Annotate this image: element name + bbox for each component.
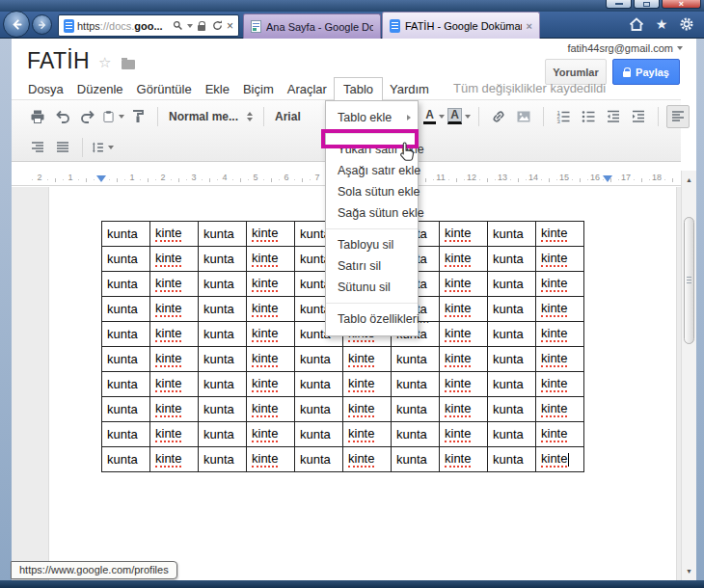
window-close-button[interactable]: ×	[662, 0, 701, 9]
menu-item[interactable]: Tablo ekle	[326, 107, 418, 128]
table-cell[interactable]: kinte	[536, 297, 584, 322]
image-icon[interactable]	[512, 105, 535, 128]
table-cell[interactable]: kinte	[536, 222, 584, 247]
table-cell[interactable]: kinte	[150, 347, 199, 372]
justify-icon[interactable]	[51, 136, 74, 159]
table-cell[interactable]: kinte	[247, 422, 295, 447]
table-cell[interactable]: kinte	[150, 372, 199, 397]
table-cell[interactable]: kunta	[102, 322, 150, 347]
table-cell[interactable]: kunta	[488, 222, 536, 247]
table-cell[interactable]: kinte	[343, 397, 392, 422]
share-button[interactable]: Paylaş	[612, 59, 680, 85]
table-cell[interactable]: kunta	[199, 272, 247, 297]
table-cell[interactable]: kinte	[247, 272, 295, 297]
document-title[interactable]: FATİH	[27, 48, 90, 74]
table-cell[interactable]: kinte	[150, 322, 199, 347]
back-button[interactable]	[3, 11, 30, 38]
window-titlebar[interactable]: ×	[0, 0, 704, 12]
table-cell[interactable]: kinte	[247, 347, 295, 372]
folder-icon[interactable]	[122, 60, 135, 69]
account-menu[interactable]: fatih44srg@gmail.com	[567, 42, 683, 54]
highlight-color-icon[interactable]: A	[447, 105, 471, 128]
favorites-star-icon[interactable]: ★	[653, 15, 670, 33]
home-icon[interactable]	[628, 15, 645, 33]
table-cell[interactable]: kunta	[392, 397, 440, 422]
tab-ana-sayfa[interactable]: Ana Sayfa - Google Dokümanlar	[243, 13, 381, 39]
table-cell[interactable]: kunta	[102, 222, 150, 247]
text-color-icon[interactable]: A	[422, 105, 446, 128]
table-cell[interactable]: kinte	[247, 247, 295, 272]
table-cell[interactable]: kunta	[488, 247, 536, 272]
table-cell[interactable]: kinte	[440, 447, 488, 472]
table-cell[interactable]: kinte	[247, 447, 295, 472]
paint-format-icon[interactable]	[126, 105, 149, 128]
table-cell[interactable]: kinte	[440, 347, 488, 372]
table-cell[interactable]: kunta	[488, 347, 536, 372]
menu-ekle[interactable]: Ekle	[199, 77, 236, 100]
table-cell[interactable]: kunta	[102, 297, 150, 322]
align-left-icon[interactable]	[666, 105, 690, 128]
paste-icon[interactable]	[101, 105, 124, 128]
window-minimize-button[interactable]	[606, 0, 632, 9]
refresh-icon[interactable]	[211, 18, 224, 34]
table-cell[interactable]: kunta	[102, 397, 150, 422]
table-cell[interactable]: kinte	[536, 372, 584, 397]
table-cell[interactable]: kunta	[102, 372, 150, 397]
menu-dosya[interactable]: Dosya	[21, 77, 70, 100]
table-cell[interactable]: kinte	[440, 397, 488, 422]
scroll-down-icon[interactable]: ▼	[682, 568, 696, 575]
table-cell[interactable]: kunta	[102, 422, 150, 447]
bulleted-list-icon[interactable]	[577, 105, 600, 128]
table-cell[interactable]: kunta	[102, 247, 150, 272]
line-spacing-icon[interactable]	[91, 136, 114, 159]
menu-araçlar[interactable]: Araçlar	[281, 77, 334, 100]
table-cell[interactable]: kunta	[488, 397, 536, 422]
table-cell[interactable]: kinte	[440, 372, 488, 397]
menu-item[interactable]: Sağa sütun ekle	[326, 202, 418, 224]
table-cell[interactable]: kinte	[247, 322, 295, 347]
scrollbar-thumb[interactable]	[684, 217, 694, 344]
link-icon[interactable]	[487, 105, 510, 128]
table-cell[interactable]: kinte	[440, 422, 488, 447]
table-cell[interactable]: kinte	[150, 222, 199, 247]
table-cell[interactable]: kinte	[536, 447, 584, 472]
table-cell[interactable]: kinte	[247, 372, 295, 397]
table-cell[interactable]: kunta	[295, 397, 343, 422]
table-cell[interactable]: kunta	[199, 347, 247, 372]
table-cell[interactable]: kunta	[488, 297, 536, 322]
search-dropdown-icon[interactable]	[187, 24, 193, 28]
table-cell[interactable]: kunta	[488, 422, 536, 447]
menu-item[interactable]: Tabloyu sil	[326, 234, 418, 255]
table-cell[interactable]: kunta	[199, 422, 247, 447]
menu-tablo[interactable]: Tablo	[334, 77, 383, 100]
table-cell[interactable]: kunta	[488, 272, 536, 297]
window-maximize-button[interactable]	[634, 0, 660, 9]
address-bar[interactable]: https://docs.goo... ×	[58, 14, 239, 37]
table-cell[interactable]: kunta	[199, 247, 247, 272]
table-cell[interactable]: kinte	[343, 447, 392, 472]
settings-gear-icon[interactable]	[678, 15, 695, 33]
table-cell[interactable]: kinte	[536, 347, 584, 372]
menu-biçim[interactable]: Biçim	[236, 77, 281, 100]
table-cell[interactable]: kunta	[488, 372, 536, 397]
table-cell[interactable]: kinte	[150, 447, 199, 472]
menu-yardım[interactable]: Yardım	[383, 77, 436, 100]
table-cell[interactable]: kunta	[199, 297, 247, 322]
menu-item[interactable]: Tablo özellikleri...	[326, 308, 418, 330]
menu-düzenle[interactable]: Düzenle	[70, 77, 130, 100]
table-cell[interactable]: kunta	[102, 347, 150, 372]
paragraph-style-dropdown[interactable]: Normal me...	[165, 110, 257, 123]
table-cell[interactable]: kunta	[488, 322, 536, 347]
table-cell[interactable]: kinte	[536, 247, 584, 272]
table-cell[interactable]: kunta	[102, 272, 150, 297]
table-cell[interactable]: kinte	[440, 247, 488, 272]
menu-item[interactable]: Sütunu sil	[326, 277, 418, 298]
font-dropdown[interactable]: Arial	[271, 110, 305, 123]
menu-item[interactable]: Satırı sil	[326, 255, 418, 277]
table-cell[interactable]: kinte	[440, 322, 488, 347]
table-cell[interactable]: kunta	[295, 372, 343, 397]
redo-icon[interactable]	[76, 105, 99, 128]
table-cell[interactable]: kinte	[247, 397, 295, 422]
table-cell[interactable]: kinte	[150, 272, 199, 297]
table-cell[interactable]: kunta	[199, 322, 247, 347]
